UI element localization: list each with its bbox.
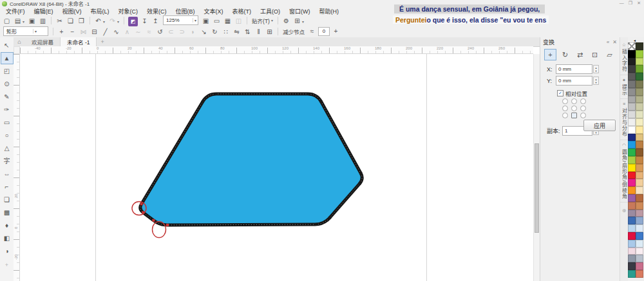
- color-swatch-13-1[interactable]: [636, 141, 643, 149]
- convert-to-line-icon[interactable]: ╱: [100, 26, 111, 37]
- color-swatch-6-0[interactable]: [628, 88, 636, 96]
- color-swatch-16-1[interactable]: [636, 164, 643, 172]
- color-swatch-2-0[interactable]: [628, 58, 636, 66]
- color-swatch-19-1[interactable]: [636, 186, 643, 194]
- color-swatch-14-1[interactable]: [636, 149, 643, 156]
- position-transform-icon[interactable]: +: [544, 49, 556, 60]
- anchor-point-5[interactable]: [580, 105, 586, 111]
- crop-tool-icon[interactable]: ◰: [1, 65, 14, 77]
- cusp-node-icon[interactable]: ∧: [122, 26, 133, 37]
- extend-curve-close-icon[interactable]: ⊃: [176, 26, 187, 37]
- join-nodes-icon[interactable]: ⋈: [78, 26, 89, 37]
- color-swatch-26-0[interactable]: [628, 240, 636, 248]
- color-swatch-7-1[interactable]: [636, 96, 643, 104]
- vertical-ruler[interactable]: -100-80-60-40-20020: [14, 54, 20, 281]
- color-swatch-2-1[interactable]: [636, 58, 643, 66]
- break-node-icon[interactable]: ⊟: [89, 26, 100, 37]
- x-position-input[interactable]: 0 mm: [556, 64, 592, 74]
- curve-node[interactable]: [166, 224, 169, 226]
- anchor-point-1[interactable]: [571, 98, 577, 104]
- color-swatch-25-0[interactable]: [628, 232, 636, 240]
- interactive-fill-tool-icon[interactable]: ◧: [1, 232, 14, 244]
- ruler-origin-box[interactable]: [14, 46, 20, 54]
- anchor-point-3[interactable]: [562, 105, 568, 111]
- color-swatch-11-0[interactable]: [628, 126, 636, 134]
- drop-shadow-tool-icon[interactable]: ❏: [1, 194, 14, 206]
- rotate-skew-nodes-icon[interactable]: ↻: [209, 26, 220, 37]
- curve-node[interactable]: [215, 93, 218, 95]
- ellipse-tool-icon[interactable]: ○: [1, 129, 14, 141]
- polygon-tool-icon[interactable]: △: [1, 142, 14, 154]
- color-swatch-17-1[interactable]: [636, 172, 643, 179]
- artwork-layer[interactable]: [20, 54, 533, 281]
- color-swatch-18-0[interactable]: [628, 179, 636, 186]
- color-swatch-18-1[interactable]: [636, 179, 643, 186]
- color-swatch-28-1[interactable]: [636, 255, 643, 262]
- color-swatch-29-0[interactable]: [628, 262, 636, 270]
- color-swatch-29-1[interactable]: [636, 262, 643, 270]
- anchor-point-2[interactable]: [580, 98, 586, 104]
- color-swatch-27-0[interactable]: [628, 248, 636, 255]
- print-icon[interactable]: ▥: [37, 15, 48, 26]
- color-swatch-7-0[interactable]: [628, 96, 636, 104]
- open-icon[interactable]: ▤: [12, 15, 23, 26]
- tab-welcome-screen[interactable]: 欢迎屏幕: [25, 37, 61, 46]
- add-node-icon[interactable]: +: [56, 26, 67, 37]
- zoom-tool-icon[interactable]: ⊙: [1, 78, 14, 90]
- close-curve-icon[interactable]: ◗: [187, 26, 198, 37]
- color-swatch-17-0[interactable]: [628, 172, 636, 179]
- delete-node-icon[interactable]: −: [67, 26, 78, 37]
- snap-to-button[interactable]: 贴齐(T): [250, 17, 272, 24]
- quick-customize-button[interactable]: ⊕: [622, 208, 627, 213]
- curve-smoothness-slider[interactable]: +: [330, 26, 341, 37]
- undo-icon-dropdown[interactable]: ▾: [103, 20, 105, 24]
- close-button[interactable]: ✕: [637, 1, 641, 6]
- curve-smoothness-input[interactable]: 0: [318, 27, 330, 36]
- x-position-stepper[interactable]: ▲▼: [593, 65, 599, 73]
- menu-item-6[interactable]: 位图(B): [171, 7, 200, 15]
- parallel-dimension-tool-icon[interactable]: ⇔: [1, 168, 14, 180]
- home-icon[interactable]: ⌂: [14, 37, 25, 46]
- relative-position-checkbox[interactable]: ✓: [557, 90, 564, 96]
- anchor-point-8[interactable]: [580, 113, 586, 118]
- color-eyedropper-tool-icon[interactable]: ♦: [1, 219, 14, 231]
- smooth-node-icon[interactable]: ∼: [133, 26, 144, 37]
- color-swatch-23-0[interactable]: [628, 217, 636, 224]
- color-swatch-1-1[interactable]: [636, 50, 643, 58]
- select-all-nodes-icon[interactable]: ⊞: [264, 26, 275, 37]
- color-swatch-10-1[interactable]: [636, 118, 643, 126]
- color-swatch-8-1[interactable]: [636, 103, 643, 111]
- redo-icon-dropdown[interactable]: ▾: [117, 20, 119, 24]
- horizontal-reflect-icon[interactable]: ⇋: [231, 26, 242, 37]
- size-transform-icon[interactable]: ⊡: [589, 49, 601, 60]
- blue-polygon-shape[interactable]: [140, 94, 362, 225]
- curve-node[interactable]: [314, 223, 316, 226]
- horizontal-ruler[interactable]: -40-200204060801001201401601802002202402…: [20, 46, 533, 54]
- artistic-media-tool-icon[interactable]: ✑: [1, 104, 14, 116]
- color-swatch-15-0[interactable]: [628, 156, 636, 164]
- convert-to-curve-icon[interactable]: ∿: [111, 26, 122, 37]
- docker-tab-hints[interactable]: ✦提示: [620, 75, 628, 99]
- rectangle-tool-icon[interactable]: ▭: [1, 116, 14, 129]
- options-gear-icon[interactable]: ⚙: [281, 15, 292, 26]
- color-swatch-11-1[interactable]: [636, 126, 643, 134]
- color-swatch-9-0[interactable]: [628, 111, 636, 118]
- color-swatch-27-1[interactable]: [636, 248, 643, 255]
- curve-node[interactable]: [320, 100, 323, 103]
- color-swatch-23-1[interactable]: [636, 217, 643, 224]
- curve-node[interactable]: [358, 183, 361, 185]
- drawing-canvas[interactable]: [20, 54, 533, 281]
- color-swatch-3-0[interactable]: [628, 65, 636, 73]
- chevron-down-icon[interactable]: ▾: [193, 18, 196, 23]
- color-swatch-12-1[interactable]: [636, 134, 643, 141]
- color-swatch-26-1[interactable]: [636, 240, 643, 248]
- color-swatch-19-0[interactable]: [628, 186, 636, 194]
- color-swatch-13-0[interactable]: [628, 141, 636, 149]
- curve-node[interactable]: [307, 93, 309, 95]
- color-swatch-30-1[interactable]: [636, 270, 643, 278]
- reduce-nodes-button[interactable]: 减少节点: [281, 28, 307, 35]
- transparency-tool-icon[interactable]: ▩: [1, 206, 14, 219]
- zoom-level-combo[interactable]: 125% ▾: [163, 15, 198, 25]
- color-swatch-22-0[interactable]: [628, 210, 636, 217]
- color-swatch-10-0[interactable]: [628, 118, 636, 126]
